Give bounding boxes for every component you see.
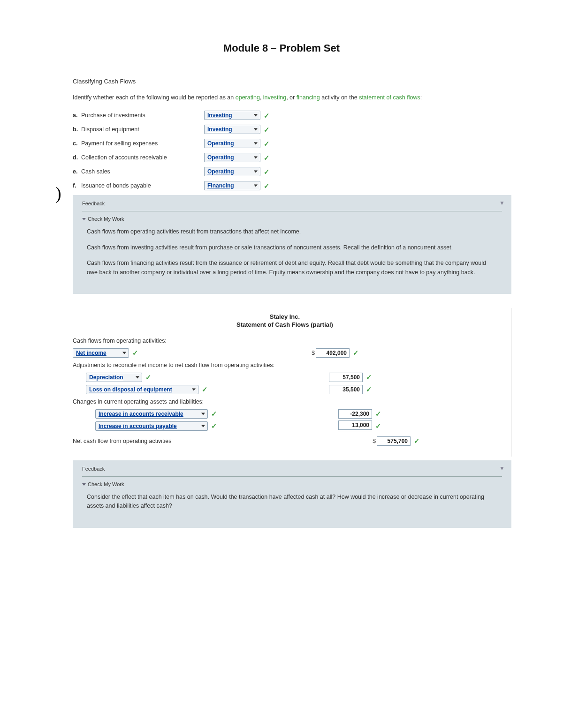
total-label: Net cash flow from operating activities [73,438,289,444]
question-letter: b. [73,126,81,133]
inc-ap-input[interactable] [338,420,372,430]
dollar-sign: $ [312,350,315,356]
page-title: Module 8 – Problem Set [52,42,511,54]
check-icon: ✓ [264,182,270,189]
changes-label: Changes in current operating assets and … [73,398,497,405]
kw-operating: operating [236,94,260,101]
question-text: Cash sales [81,168,110,175]
check-icon: ✓ [264,168,270,175]
depreciation-select[interactable]: Depreciation [86,373,142,382]
collapse-icon[interactable]: ▼ [499,465,505,472]
check-icon: ✓ [132,349,138,356]
net-income-input[interactable] [316,348,350,358]
collapse-icon[interactable]: ▼ [499,200,505,206]
question-letter: f. [73,182,81,189]
check-icon: ✓ [264,154,270,161]
kw-financing: financing [297,94,320,101]
check-icon: ✓ [414,437,420,444]
check-icon: ✓ [353,349,359,356]
check-icon: ✓ [366,386,372,393]
dollar-sign: $ [373,438,376,444]
question-text: Collection of accounts receivable [81,154,167,161]
loss-disposal-input[interactable] [329,385,363,394]
feedback-box-1: ▼ Feedback Check My Work Cash flows from… [73,195,511,294]
question-label: f.Issuance of bonds payable [73,182,204,189]
question-text: Disposal of equipment [81,126,139,133]
check-my-work-toggle[interactable]: Check My Work [82,481,502,487]
net-income-select[interactable]: Net income [73,348,129,358]
inc-ar-input[interactable] [338,409,372,419]
answer-select[interactable]: Operating [204,167,260,176]
depreciation-input[interactable] [329,373,363,382]
question-row: d.Collection of accounts receivableOpera… [73,153,497,162]
prompt-pre: Identify whether each of the following w… [73,94,236,101]
stray-paren: ) [55,183,61,203]
feedback-paragraph: Consider the effect that each item has o… [87,493,497,511]
question-row: a.Purchase of investmentsInvesting✓ [73,111,497,120]
feedback-heading: Feedback [82,201,502,211]
check-icon: ✓ [211,410,217,417]
inc-ar-select[interactable]: Increase in accounts receivable [95,409,208,419]
statement-container: Staley Inc. Statement of Cash Flows (par… [73,308,511,457]
answer-select[interactable]: Financing [204,181,260,190]
check-my-work-toggle[interactable]: Check My Work [82,216,502,222]
answer-select[interactable]: Operating [204,139,260,148]
feedback-paragraph: Cash flows from investing activities res… [87,243,497,252]
question-row: b.Disposal of equipmentInvesting✓ [73,125,497,134]
kw-stmt: statement of cash flows [359,94,420,101]
check-icon: ✓ [264,112,270,119]
loss-disposal-select[interactable]: Loss on disposal of equipment [86,385,198,394]
statement-title: Statement of Cash Flows (partial) [73,321,497,329]
question-letter: c. [73,140,81,147]
check-icon: ✓ [211,422,217,429]
prompt-mid: activity on the [320,94,359,101]
question-row: e.Cash salesOperating✓ [73,167,497,176]
question-label: b.Disposal of equipment [73,126,204,133]
kw-investing: investing [263,94,286,101]
adjustments-label: Adjustments to reconcile net income to n… [73,362,497,368]
check-icon: ✓ [264,126,270,133]
question-text: Issuance of bonds payable [81,182,151,189]
feedback-box-2: ▼ Feedback Check My Work Consider the ef… [73,460,511,528]
answer-select[interactable]: Investing [204,111,260,120]
question-text: Purchase of investments [81,112,145,119]
answer-select[interactable]: Operating [204,153,260,162]
question-label: d.Collection of accounts receivable [73,154,204,161]
question-letter: e. [73,168,81,175]
statement-head: Staley Inc. Statement of Cash Flows (par… [73,313,497,329]
check-icon: ✓ [264,140,270,147]
check-icon: ✓ [145,374,152,381]
answer-select[interactable]: Investing [204,125,260,134]
inc-ap-select[interactable]: Increase in accounts payable [95,421,208,431]
question-label: c.Payment for selling expenses [73,140,204,147]
feedback-heading: Feedback [82,466,502,477]
check-icon: ✓ [375,410,381,417]
question-label: e.Cash sales [73,168,204,175]
prompt-comma: , [260,94,263,101]
oper-header: Cash flows from operating activities: [73,338,289,344]
question-letter: a. [73,112,81,119]
check-icon: ✓ [366,374,372,381]
check-icon: ✓ [202,386,208,393]
question-text: Payment for selling expenses [81,140,158,147]
question-row: f.Issuance of bonds payableFinancing✓ [73,181,497,190]
question-letter: d. [73,154,81,161]
prompt-or: , or [286,94,297,101]
question-label: a.Purchase of investments [73,112,204,119]
company-name: Staley Inc. [73,313,497,321]
feedback-paragraph: Cash flows from operating activities res… [87,227,497,236]
check-icon: ✓ [375,422,381,429]
total-input[interactable] [377,436,411,446]
feedback-paragraph: Cash flows from financing activities res… [87,259,497,277]
prompt-colon: : [420,94,422,101]
prompt-text: Identify whether each of the following w… [73,93,497,102]
question-row: c.Payment for selling expensesOperating✓ [73,139,497,148]
question-list: a.Purchase of investmentsInvesting✓b.Dis… [73,111,497,190]
section-heading: Classifying Cash Flows [73,78,497,85]
